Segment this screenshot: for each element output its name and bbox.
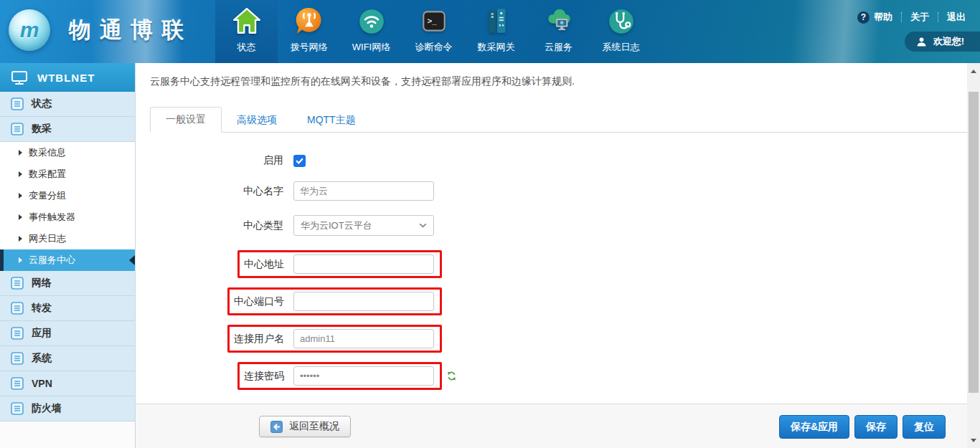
center-type-select[interactable]: 华为云IOT云平台 [293,215,434,236]
sidebar-item-label: 数采 [32,123,52,135]
scroll-down-arrow[interactable] [967,434,980,446]
app-logo: m 物通博联 [9,9,192,51]
save-apply-button[interactable]: 保存&应用 [779,415,849,439]
nav-label: 云服务 [545,41,573,54]
svg-text:>_: >_ [427,16,437,25]
action-buttons: 保存&应用 保存 复位 [779,415,946,439]
nav-label: 诊断命令 [415,41,453,54]
reset-button[interactable]: 复位 [903,415,946,439]
sidebar-item-vpn[interactable]: VPN [0,371,135,396]
scrollbar-thumb[interactable] [969,92,979,393]
sidebar-item-label: 网关日志 [29,232,66,245]
center-name-input[interactable] [293,181,434,201]
sidebar-item-status[interactable]: 状态 [0,92,135,117]
center-address-input[interactable] [293,254,434,274]
divider [938,12,938,22]
enable-checkbox[interactable] [293,155,306,167]
vertical-scrollbar [967,63,980,448]
scroll-up-arrow[interactable] [967,65,980,77]
back-button-label: 返回至概况 [289,420,339,433]
sidebar-item-firewall[interactable]: 防火墙 [0,396,135,421]
sidebar-item-data-acquisition[interactable]: 数采 [0,117,135,142]
about-link[interactable]: 关于 [910,11,929,24]
sidebar: WTBLNET 状态 数采 数采信息 数采配置 变量分组 事件触发器 网关日志 [0,63,136,448]
header-links: ? 帮助 关于 退出 [857,11,966,24]
center-type-value: 华为云IOT云平台 [301,219,372,232]
caret-right-icon [19,193,22,199]
welcome-label: 欢迎您! [933,35,964,48]
sidebar-item-label: 系统 [32,352,52,365]
username-input[interactable] [293,329,434,348]
sidebar-item-label: 状态 [32,97,52,110]
logout-label: 退出 [947,11,966,24]
form-row-center-port: 中心端口号 [150,287,980,315]
password-label: 连接密码 [244,370,284,383]
back-to-overview-button[interactable]: 返回至概况 [259,416,351,437]
arrow-up-icon [971,70,976,73]
sidebar-item-data-config[interactable]: 数采配置 [0,163,135,185]
caret-right-icon [19,214,22,220]
user-icon [916,37,927,47]
form-row-password: 连接密码 [150,362,980,390]
home-icon [232,6,262,37]
help-label: 帮助 [874,11,892,24]
sidebar-item-cloud-service-center[interactable]: 云服务中心 [0,249,135,271]
sidebar-item-label: 变量分组 [29,189,66,202]
sidebar-item-network[interactable]: 网络 [0,271,135,296]
save-button[interactable]: 保存 [854,415,897,439]
footer-bar: 返回至概况 保存&应用 保存 复位 [136,404,967,448]
logo-mark: m [20,18,39,42]
username-label: 连接用户名 [234,333,284,345]
help-link[interactable]: ? 帮助 [857,11,892,24]
logout-link[interactable]: 退出 [947,11,966,24]
sidebar-item-variable-group[interactable]: 变量分组 [0,185,135,206]
sidebar-item-system[interactable]: 系统 [0,346,135,371]
sidebar-item-forwarding[interactable]: 转发 [0,296,135,321]
refresh-password-button[interactable] [446,371,457,381]
arrow-down-icon [971,439,976,442]
chevron-down-icon [419,223,427,228]
nav-item-data-gateway[interactable]: 数采网关 [465,0,527,63]
tab-mqtt-topic[interactable]: MQTT主题 [292,108,371,133]
password-input[interactable] [293,366,434,386]
welcome-button[interactable]: 欢迎您! [905,32,980,52]
check-icon [295,156,304,166]
center-port-label: 中心端口号 [234,295,284,308]
gateway-icon [481,6,512,37]
page-description: 云服务中心支持远程管理和监控所有的在线网关和设备，支持远程部署应用程序和边缘计算… [150,75,980,88]
nav-item-cloud-service[interactable]: 云服务 [527,0,590,63]
settings-form: 启用 中心名字 中心类型 华为云IOT云平台 中心地址 [150,154,980,390]
nav-label: WIFI网络 [352,41,390,54]
nav-item-system-log[interactable]: 系统日志 [590,0,652,63]
center-name-label: 中心名字 [150,185,283,198]
nav-item-dial-network[interactable]: 拨号网络 [278,0,340,63]
logo-text: 物通博联 [69,15,192,45]
list-icon [11,402,24,415]
form-row-center-name: 中心名字 [150,181,980,201]
form-row-center-type: 中心类型 华为云IOT云平台 [150,215,980,236]
monitor-icon [11,69,28,86]
list-icon [11,277,24,290]
question-icon: ? [857,11,870,24]
tab-advanced-options[interactable]: 高级选项 [222,108,292,133]
nav-item-diagnostic-command[interactable]: >_ 诊断命令 [402,0,465,63]
center-type-label: 中心类型 [150,219,283,232]
form-row-center-address: 中心地址 [150,250,980,278]
sidebar-item-label: 网络 [32,277,52,290]
highlight-box-center-address: 中心地址 [237,250,442,278]
sidebar-item-event-trigger[interactable]: 事件触发器 [0,206,135,228]
nav-item-status[interactable]: 状态 [215,0,278,63]
center-port-input[interactable] [293,292,434,311]
tab-general-settings[interactable]: 一般设置 [150,107,222,133]
caret-right-icon [19,171,22,177]
nav-item-wifi-network[interactable]: WIFI网络 [340,0,402,63]
sidebar-item-gateway-log[interactable]: 网关日志 [0,228,135,249]
stethoscope-icon [606,6,636,37]
sidebar-item-application[interactable]: 应用 [0,321,135,346]
sidebar-item-data-info[interactable]: 数采信息 [0,142,135,163]
list-icon [11,377,24,390]
main-content: 云服务中心支持远程管理和监控所有的在线网关和设备，支持远程部署应用程序和边缘计算… [136,63,980,448]
highlight-box-center-port: 中心端口号 [227,287,442,315]
highlight-box-username: 连接用户名 [227,325,442,353]
app-header: m 物通博联 状态 拨号网络 [0,0,980,63]
